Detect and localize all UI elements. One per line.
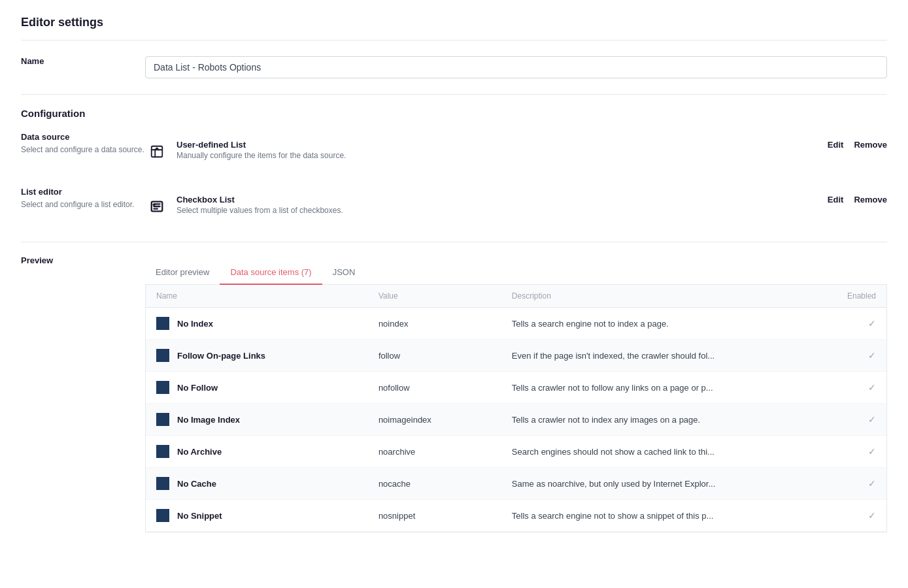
color-swatch-6 — [156, 509, 169, 522]
data-source-row: Data source Select and configure a data … — [21, 132, 887, 171]
td-value-1: follow — [368, 340, 501, 372]
name-label: Name — [21, 56, 145, 66]
table-row: No Follow nofollow Tells a crawler not t… — [146, 372, 886, 404]
data-table: Name Value Description Enabled — [146, 285, 886, 532]
th-enabled: Enabled — [813, 285, 886, 308]
table-row: Follow On-page Links follow Even if the … — [146, 340, 886, 372]
td-name-1: Follow On-page Links — [146, 340, 368, 372]
td-enabled-6: ✓ — [813, 500, 886, 532]
check-icon: ✓ — [868, 478, 876, 489]
list-editor-label-col: List editor Select and configure a list … — [21, 187, 145, 210]
td-value-3: noimageindex — [368, 404, 501, 436]
color-swatch-3 — [156, 413, 169, 426]
th-description: Description — [501, 285, 813, 308]
divider-2 — [21, 242, 887, 242]
list-editor-edit-link[interactable]: Edit — [828, 195, 844, 204]
data-source-content: User-defined List Manually configure the… — [145, 132, 887, 171]
check-icon: ✓ — [868, 318, 876, 329]
table-header-row: Name Value Description Enabled — [146, 285, 886, 308]
td-value-0: noindex — [368, 308, 501, 340]
td-enabled-2: ✓ — [813, 372, 886, 404]
data-source-card: User-defined List Manually configure the… — [145, 132, 887, 171]
table-body: No Index noindex Tells a search engine n… — [146, 308, 886, 532]
td-enabled-1: ✓ — [813, 340, 886, 372]
td-desc-4: Search engines should not show a cached … — [501, 436, 813, 468]
td-enabled-3: ✓ — [813, 404, 886, 436]
preview-label: Preview — [21, 255, 145, 265]
list-editor-info: Checkbox List Select multiple values fro… — [177, 195, 817, 215]
list-editor-desc: Select and configure a list editor. — [21, 199, 145, 210]
td-enabled-0: ✓ — [813, 308, 886, 340]
tab-datasource-items[interactable]: Data source items (7) — [220, 261, 322, 285]
td-enabled-4: ✓ — [813, 436, 886, 468]
td-value-4: noarchive — [368, 436, 501, 468]
page-title: Editor settings — [21, 16, 887, 41]
data-source-info: User-defined List Manually configure the… — [177, 140, 817, 160]
data-source-type-desc: Manually configure the items for the dat… — [177, 151, 817, 160]
name-input-col — [145, 56, 887, 78]
td-desc-2: Tells a crawler not to follow any links … — [501, 372, 813, 404]
page-container: Editor settings Name Configuration Data … — [0, 0, 908, 564]
list-editor-card: Checkbox List Select multiple values fro… — [145, 187, 887, 226]
list-editor-actions: Edit Remove — [828, 195, 887, 204]
td-enabled-5: ✓ — [813, 468, 886, 500]
td-name-4: No Archive — [146, 436, 368, 468]
name-input[interactable] — [145, 56, 887, 78]
data-source-edit-link[interactable]: Edit — [828, 140, 844, 150]
td-value-6: nosnippet — [368, 500, 501, 532]
list-editor-content: Checkbox List Select multiple values fro… — [145, 187, 887, 226]
preview-label-col: Preview — [21, 255, 145, 265]
td-desc-5: Same as noarchive, but only used by Inte… — [501, 468, 813, 500]
tab-json[interactable]: JSON — [322, 261, 366, 285]
name-field-row: Name — [21, 56, 887, 78]
divider-1 — [21, 94, 887, 95]
table-row: No Archive noarchive Search engines shou… — [146, 436, 886, 468]
name-label-col: Name — [21, 56, 145, 69]
td-name-2: No Follow — [146, 372, 368, 404]
configuration-heading: Configuration — [21, 108, 887, 119]
td-name-6: No Snippet — [146, 500, 368, 532]
data-source-actions: Edit Remove — [828, 140, 887, 150]
color-swatch-4 — [156, 445, 169, 458]
td-desc-3: Tells a crawler not to index any images … — [501, 404, 813, 436]
data-table-wrapper: Name Value Description Enabled — [145, 285, 887, 532]
check-icon: ✓ — [868, 414, 876, 425]
color-swatch-5 — [156, 477, 169, 490]
td-desc-1: Even if the page isn't indexed, the craw… — [501, 340, 813, 372]
list-editor-icon — [145, 195, 169, 218]
td-desc-0: Tells a search engine not to index a pag… — [501, 308, 813, 340]
th-value: Value — [368, 285, 501, 308]
data-source-label-col: Data source Select and configure a data … — [21, 132, 145, 155]
preview-row: Preview Editor preview Data source items… — [21, 255, 887, 532]
check-icon: ✓ — [868, 446, 876, 457]
check-icon: ✓ — [868, 382, 876, 393]
data-source-remove-link[interactable]: Remove — [854, 140, 887, 150]
td-name-0: No Index — [146, 308, 368, 340]
table-row: No Cache nocache Same as noarchive, but … — [146, 468, 886, 500]
th-name: Name — [146, 285, 368, 308]
check-icon: ✓ — [868, 510, 876, 521]
list-editor-row: List editor Select and configure a list … — [21, 187, 887, 226]
table-row: No Snippet nosnippet Tells a search engi… — [146, 500, 886, 532]
color-swatch-2 — [156, 381, 169, 394]
td-value-5: nocache — [368, 468, 501, 500]
table-row: No Image Index noimageindex Tells a craw… — [146, 404, 886, 436]
check-icon: ✓ — [868, 350, 876, 361]
list-editor-label: List editor — [21, 187, 145, 197]
data-source-label: Data source — [21, 132, 145, 142]
td-desc-6: Tells a search engine not to show a snip… — [501, 500, 813, 532]
list-editor-type-desc: Select multiple values from a list of ch… — [177, 206, 817, 215]
list-editor-type-name: Checkbox List — [177, 195, 817, 204]
td-name-3: No Image Index — [146, 404, 368, 436]
table-row: No Index noindex Tells a search engine n… — [146, 308, 886, 340]
preview-tabs: Editor preview Data source items (7) JSO… — [145, 261, 887, 285]
data-source-desc: Select and configure a data source. — [21, 144, 145, 155]
list-editor-remove-link[interactable]: Remove — [854, 195, 887, 204]
td-name-5: No Cache — [146, 468, 368, 500]
td-value-2: nofollow — [368, 372, 501, 404]
color-swatch-0 — [156, 317, 169, 330]
preview-content: Editor preview Data source items (7) JSO… — [145, 261, 887, 532]
data-source-icon — [145, 140, 169, 163]
color-swatch-1 — [156, 349, 169, 362]
tab-editor-preview[interactable]: Editor preview — [145, 261, 220, 285]
